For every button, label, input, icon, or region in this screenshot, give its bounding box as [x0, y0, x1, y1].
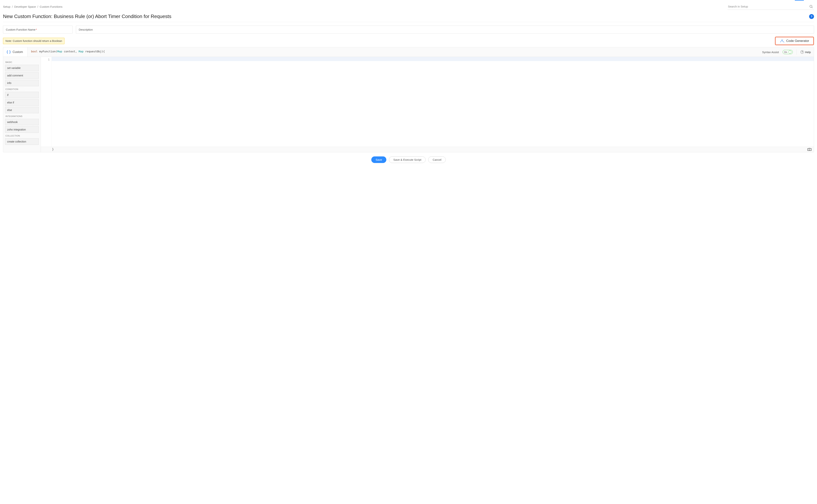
brackets-icon [7, 50, 11, 54]
syntax-assist-label: Syntax Assist [762, 51, 779, 54]
snippet-zoho-integration[interactable]: zoho integration [5, 126, 39, 133]
svg-line-1 [812, 7, 812, 8]
description-field[interactable]: Description [76, 26, 814, 34]
closing-brace: } [52, 148, 54, 151]
svg-point-3 [783, 40, 784, 40]
breadcrumb-separator: / [12, 5, 13, 8]
line-number: 1 [41, 58, 50, 61]
snippet-else[interactable]: else [5, 107, 39, 113]
syntax-assist-toggle[interactable]: On [783, 50, 793, 54]
breadcrumb-item[interactable]: Setup [3, 5, 10, 8]
editor-help-link[interactable]: ? Help [800, 50, 811, 54]
snippet-palette: BASIC set variable add comment info COND… [3, 57, 41, 152]
save-button[interactable]: Save [371, 156, 386, 163]
snippet-set-variable[interactable]: set variable [5, 65, 39, 71]
snippet-webhook[interactable]: webhook [5, 119, 39, 125]
svg-point-2 [781, 40, 782, 40]
save-execute-button[interactable]: Save & Execute Script [389, 156, 426, 163]
cancel-button[interactable]: Cancel [428, 156, 446, 163]
search-input[interactable] [728, 3, 814, 10]
page-title: New Custom Function: Business Rule (or) … [3, 14, 171, 19]
palette-group-title: CONDITION [5, 88, 38, 90]
svg-point-0 [810, 5, 812, 8]
snippet-if[interactable]: if [5, 92, 39, 98]
editor-help-label: Help [805, 51, 811, 54]
breadcrumb-item[interactable]: Developer Space [14, 5, 36, 8]
active-tab-indicator [795, 0, 804, 1]
breadcrumb-separator: / [37, 5, 38, 8]
snippet-info[interactable]: info [5, 80, 39, 86]
code-line[interactable] [52, 57, 814, 61]
snippet-else-if[interactable]: else if [5, 99, 39, 106]
svg-rect-4 [808, 148, 811, 151]
palette-group-title: BASIC [5, 61, 38, 63]
zia-icon [780, 39, 785, 43]
toggle-state-label: On [784, 51, 787, 54]
editor-mode-label: Custom [13, 50, 23, 54]
toggle-knob [788, 51, 791, 54]
search-container [728, 3, 814, 10]
breadcrumb-item[interactable]: Custom Functions [40, 5, 62, 8]
search-icon[interactable] [809, 5, 813, 9]
help-icon[interactable]: ? [809, 14, 814, 19]
code-generator-button[interactable]: Code Generator [775, 37, 814, 45]
function-signature: bool myFunction(Map context, Map request… [28, 47, 108, 57]
snippet-create-collection[interactable]: create collection [5, 138, 39, 145]
boolean-note: Note: Custom function should return a Bo… [3, 38, 64, 44]
code-canvas[interactable]: 1 [41, 57, 814, 147]
editor-mode-custom[interactable]: Custom [3, 47, 28, 57]
breadcrumb: Setup / Developer Space / Custom Functio… [3, 5, 62, 8]
palette-group-title: COLLECTION [5, 135, 38, 137]
required-star: * [36, 28, 37, 31]
description-label: Description [79, 28, 93, 31]
function-name-label: Custom Function Name [6, 28, 35, 31]
line-gutter: 1 [41, 57, 52, 147]
code-editor: Custom bool myFunction(Map context, Map … [3, 47, 814, 152]
function-name-field[interactable]: Custom Function Name* [3, 26, 73, 34]
snippet-add-comment[interactable]: add comment [5, 72, 39, 79]
question-icon: ? [800, 50, 804, 54]
code-generator-label: Code Generator [786, 39, 809, 43]
palette-group-title: INTEGRATIONS [5, 115, 38, 117]
keyboard-icon[interactable] [807, 148, 812, 151]
